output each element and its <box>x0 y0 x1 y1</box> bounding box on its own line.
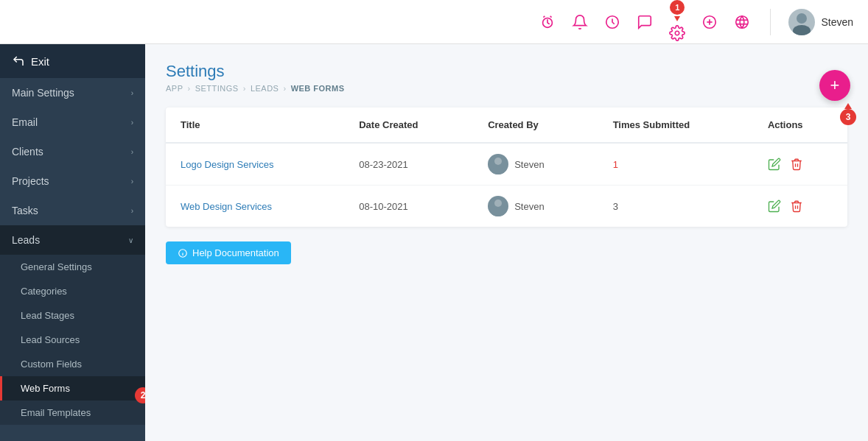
user-name: Steven <box>821 16 853 28</box>
sidebar-item-leads[interactable]: Leads ∨ <box>0 225 145 255</box>
row1-date-created: 08-23-2021 <box>344 143 473 186</box>
page-header: Settings APP › SETTINGS › LEADS › WEB FO… <box>166 62 847 93</box>
svg-point-6 <box>736 15 749 28</box>
sidebar-sub-email-templates[interactable]: Email Templates <box>0 401 145 425</box>
avatar <box>788 9 815 35</box>
row1-times-submitted: 1 <box>598 143 753 186</box>
sidebar-label-main-settings: Main Settings <box>12 87 74 99</box>
main-layout: Exit Main Settings › Email › Clients › P… <box>0 44 868 441</box>
globe-icon[interactable] <box>732 12 752 32</box>
svg-point-14 <box>494 200 502 207</box>
table-header: Title Date Created Created By Times Subm… <box>166 107 847 143</box>
exit-button[interactable]: Exit <box>0 44 145 78</box>
row1-edit-button[interactable] <box>768 158 781 171</box>
svg-point-10 <box>793 25 811 35</box>
row1-delete-button[interactable] <box>790 158 803 171</box>
sidebar-item-clients[interactable]: Clients › <box>0 137 145 166</box>
topbar: 1 <box>0 0 868 44</box>
sidebar-item-tasks[interactable]: Tasks › <box>0 196 145 225</box>
topbar-icons: 1 <box>537 0 853 43</box>
breadcrumb-current: WEB FORMS <box>291 84 345 93</box>
row2-user-name: Steven <box>514 201 544 212</box>
row1-avatar <box>488 154 508 174</box>
sidebar-label-email: Email <box>12 116 38 128</box>
row1-user-name: Steven <box>514 159 544 170</box>
col-date-created: Date Created <box>344 107 473 143</box>
sidebar-label-projects: Projects <box>12 175 49 187</box>
breadcrumb-app: APP <box>166 84 183 93</box>
row2-times-submitted: 3 <box>598 186 753 227</box>
breadcrumb-leads: LEADS <box>251 84 279 93</box>
user-info[interactable]: Steven <box>788 9 853 35</box>
row2-actions <box>753 186 847 227</box>
row2-edit-button[interactable] <box>768 200 781 213</box>
annotation-3-badge: 3 <box>840 109 856 125</box>
bell-icon[interactable] <box>570 12 590 32</box>
chevron-right-icon: › <box>131 148 133 156</box>
row2-created-by: Steven <box>473 186 598 227</box>
row2-title[interactable]: Web Design Services <box>166 186 344 227</box>
chevron-right-icon: › <box>131 207 133 215</box>
sidebar-label-clients: Clients <box>12 146 43 158</box>
add-circle-icon[interactable] <box>699 12 720 32</box>
chevron-right-icon: › <box>131 119 133 127</box>
sidebar-sub-lead-stages[interactable]: Lead Stages <box>0 303 145 328</box>
web-forms-table-card: Title Date Created Created By Times Subm… <box>166 107 847 227</box>
gear-icon[interactable] <box>667 23 687 43</box>
sidebar-sub-categories[interactable]: Categories <box>0 279 145 303</box>
sidebar-item-email[interactable]: Email › <box>0 107 145 137</box>
col-times-submitted: Times Submitted <box>598 107 753 143</box>
svg-point-12 <box>494 158 502 165</box>
table-row: Web Design Services 08-10-2021 <box>166 186 847 227</box>
main-content: Settings APP › SETTINGS › LEADS › WEB FO… <box>145 44 868 441</box>
annotation-3-arrow <box>844 103 852 109</box>
svg-point-15 <box>491 208 505 216</box>
annotation-1-arrow <box>674 16 680 21</box>
help-btn-label: Help Documentation <box>192 247 279 258</box>
annotation-1-badge: 1 <box>670 0 685 15</box>
row1-created-by: Steven <box>473 143 598 186</box>
sidebar-item-main-settings[interactable]: Main Settings › <box>0 78 145 107</box>
gear-icon-wrap: 1 <box>667 0 687 43</box>
help-documentation-button[interactable]: Help Documentation <box>166 241 291 264</box>
exit-label: Exit <box>31 55 49 68</box>
sidebar: Exit Main Settings › Email › Clients › P… <box>0 44 145 441</box>
chevron-down-icon: ∨ <box>128 236 133 244</box>
sidebar-sub-web-forms[interactable]: Web Forms 2 <box>0 376 145 401</box>
row2-date-created: 08-10-2021 <box>344 186 473 227</box>
add-button[interactable]: + <box>819 70 850 101</box>
svg-point-13 <box>491 166 505 174</box>
table-row: Logo Design Services 08-23-2021 <box>166 143 847 186</box>
annotation-3-wrap: 3 <box>840 103 856 125</box>
add-btn-icon: + <box>830 76 840 95</box>
breadcrumb: APP › SETTINGS › LEADS › WEB FORMS <box>166 84 847 93</box>
row2-delete-button[interactable] <box>790 200 803 213</box>
info-icon <box>178 248 188 258</box>
clock-icon[interactable] <box>602 12 623 32</box>
table-wrap: Title Date Created Created By Times Subm… <box>166 107 847 227</box>
sidebar-label-tasks: Tasks <box>12 205 38 216</box>
sidebar-sub-custom-fields[interactable]: Custom Fields <box>0 352 145 376</box>
breadcrumb-settings: SETTINGS <box>195 84 239 93</box>
col-created-by: Created By <box>473 107 598 143</box>
row1-actions <box>753 143 847 186</box>
col-actions: Actions <box>753 107 847 143</box>
topbar-divider <box>770 9 771 35</box>
row1-title[interactable]: Logo Design Services <box>166 143 344 186</box>
sidebar-label-leads: Leads <box>12 234 40 246</box>
svg-point-9 <box>797 13 807 24</box>
page-title: Settings <box>166 62 847 81</box>
web-forms-table: Title Date Created Created By Times Subm… <box>166 107 847 227</box>
col-title: Title <box>166 107 344 143</box>
sidebar-item-projects[interactable]: Projects › <box>0 166 145 196</box>
chevron-right-icon: › <box>131 89 133 97</box>
sidebar-leads-sub: General Settings Categories Lead Stages … <box>0 255 145 425</box>
table-body: Logo Design Services 08-23-2021 <box>166 143 847 227</box>
alarm-icon[interactable] <box>537 12 558 32</box>
row2-avatar <box>488 196 508 216</box>
svg-point-2 <box>676 31 680 35</box>
chat-icon[interactable] <box>634 12 655 32</box>
chevron-right-icon: › <box>131 177 133 186</box>
sidebar-sub-lead-sources[interactable]: Lead Sources <box>0 328 145 352</box>
sidebar-sub-general-settings[interactable]: General Settings <box>0 255 145 279</box>
